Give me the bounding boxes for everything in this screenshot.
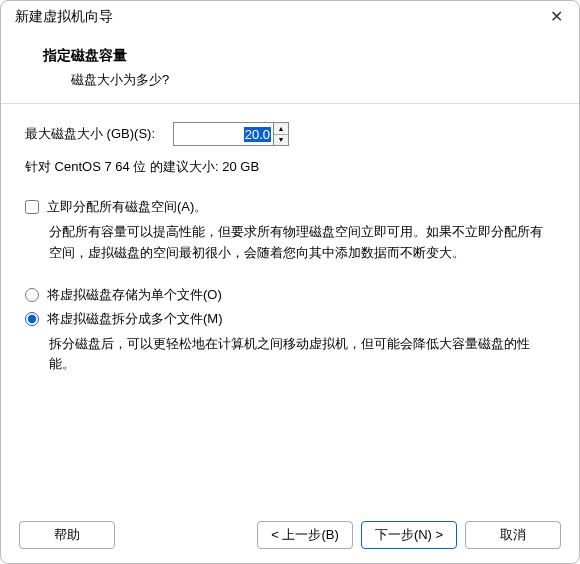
- allocate-now-label[interactable]: 立即分配所有磁盘空间(A)。: [47, 198, 207, 216]
- help-button[interactable]: 帮助: [19, 521, 115, 549]
- spin-down-button[interactable]: ▼: [274, 135, 288, 146]
- store-single-file-radio[interactable]: [25, 288, 39, 302]
- page-subtitle: 磁盘大小为多少?: [71, 71, 549, 89]
- store-single-file-label[interactable]: 将虚拟磁盘存储为单个文件(O): [47, 286, 222, 304]
- allocate-now-description: 分配所有容量可以提高性能，但要求所有物理磁盘空间立即可用。如果不立即分配所有空间…: [49, 222, 555, 264]
- disk-size-stepper[interactable]: 20.0 ▲ ▼: [173, 122, 289, 146]
- cancel-button[interactable]: 取消: [465, 521, 561, 549]
- close-icon[interactable]: ✕: [546, 7, 567, 27]
- back-button[interactable]: < 上一步(B): [257, 521, 353, 549]
- page-title: 指定磁盘容量: [43, 47, 549, 65]
- window-title: 新建虚拟机向导: [15, 8, 113, 26]
- split-description: 拆分磁盘后，可以更轻松地在计算机之间移动虚拟机，但可能会降低大容量磁盘的性能。: [49, 334, 555, 376]
- disk-size-input[interactable]: 20.0: [173, 122, 273, 146]
- disk-size-label: 最大磁盘大小 (GB)(S):: [25, 125, 155, 143]
- spin-up-button[interactable]: ▲: [274, 123, 288, 135]
- split-multiple-files-label[interactable]: 将虚拟磁盘拆分成多个文件(M): [47, 310, 223, 328]
- allocate-now-checkbox[interactable]: [25, 200, 39, 214]
- disk-size-value: 20.0: [244, 127, 271, 142]
- recommended-size-hint: 针对 CentOS 7 64 位 的建议大小: 20 GB: [25, 158, 555, 176]
- next-button[interactable]: 下一步(N) >: [361, 521, 457, 549]
- split-multiple-files-radio[interactable]: [25, 312, 39, 326]
